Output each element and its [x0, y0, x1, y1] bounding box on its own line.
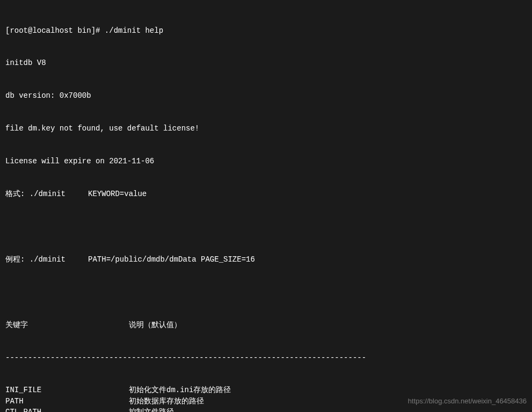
column-keyword-header: 关键字: [5, 320, 129, 330]
param-row: INI_FILE初始化文件dm.ini存放的路径: [5, 385, 527, 395]
blank-line: [5, 287, 527, 298]
blank-line: [5, 221, 527, 232]
column-header: 关键字 说明（默认值）: [5, 320, 527, 330]
param-row: CTL_PATH控制文件路径: [5, 407, 527, 412]
prompt-line: [root@localhost bin]# ./dminit help: [5, 25, 527, 36]
output-line: db version: 0x7000b: [5, 90, 527, 101]
watermark: https://blog.csdn.net/weixin_46458436: [408, 396, 527, 407]
param-description: 初始数据库存放的路径: [129, 396, 204, 407]
output-line: file dm.key not found, use default licen…: [5, 123, 527, 134]
output-line: initdb V8: [5, 57, 527, 68]
output-line: License will expire on 2021-11-06: [5, 156, 527, 167]
param-keyword: CTL_PATH: [5, 407, 129, 412]
output-line: 格式: ./dminit KEYWORD=value: [5, 189, 527, 199]
param-description: 初始化文件dm.ini存放的路径: [129, 385, 231, 395]
example-line: 例程: ./dminit PATH=/public/dmdb/dmData PA…: [5, 254, 527, 265]
terminal-output: [root@localhost bin]# ./dminit help init…: [5, 3, 527, 412]
param-keyword: INI_FILE: [5, 385, 129, 395]
param-description: 控制文件路径: [129, 407, 174, 412]
column-desc-header: 说明（默认值）: [129, 320, 181, 330]
param-keyword: PATH: [5, 396, 129, 407]
separator-line: ----------------------------------------…: [5, 352, 527, 363]
